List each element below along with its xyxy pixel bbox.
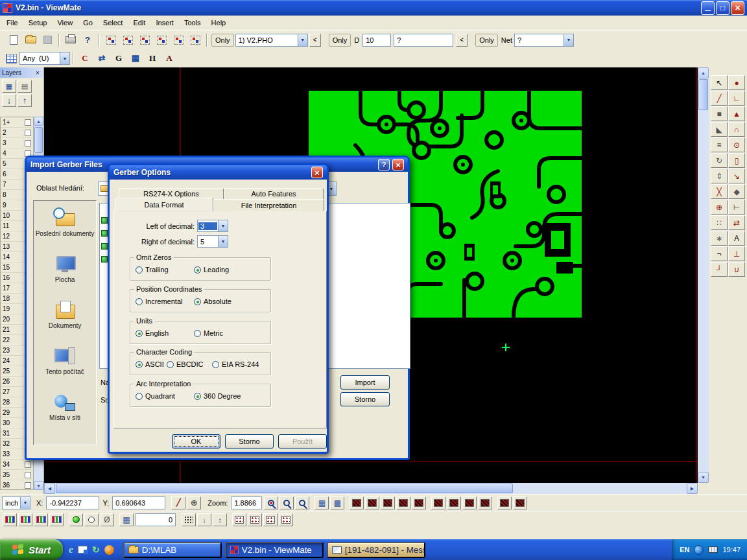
select-draw-filter-icon[interactable] xyxy=(137,32,152,48)
scroll-thumb[interactable] xyxy=(56,484,513,493)
radio-ebcdic[interactable]: EBCDIC xyxy=(167,360,204,368)
menu-item[interactable]: Setup xyxy=(23,17,53,29)
scroll-down-icon[interactable] xyxy=(698,472,709,483)
tab-file-interpretation[interactable]: File Interpretation xyxy=(213,199,324,211)
dcode-input[interactable]: 10 xyxy=(362,34,391,47)
only-net-toggle[interactable]: Only xyxy=(475,34,498,47)
aperture-pattern-icon-5[interactable] xyxy=(412,496,426,509)
radio-icon[interactable] xyxy=(194,266,201,274)
right-of-decimal-combo[interactable]: 5 xyxy=(197,235,228,248)
radio-icon[interactable] xyxy=(212,361,219,368)
radio-icon[interactable] xyxy=(136,298,143,305)
select-flash-filter-icon[interactable] xyxy=(120,32,136,48)
radio-absolute[interactable]: Absolute xyxy=(194,298,231,305)
layer-row[interactable]: 35 xyxy=(1,470,33,480)
place-item[interactable]: Místa v síti xyxy=(34,390,96,436)
place-item[interactable]: Poslední dokumenty xyxy=(34,206,96,252)
radio-metric[interactable]: Metric xyxy=(194,329,223,337)
layer-color-box[interactable] xyxy=(25,461,31,468)
text-style-icon[interactable]: A xyxy=(161,51,177,65)
grid-value-input[interactable]: 0 xyxy=(136,513,176,526)
drop-anchor-button[interactable] xyxy=(197,513,211,526)
layer-row[interactable]: 3 xyxy=(1,138,33,148)
menu-item[interactable]: Help xyxy=(206,17,231,29)
draw-angle-icon[interactable]: ∟ xyxy=(728,91,745,106)
select-trace-filter-icon[interactable] xyxy=(154,32,169,48)
circle-probe-button[interactable] xyxy=(84,513,99,526)
radio-quadrant[interactable]: Quadrant xyxy=(136,392,175,400)
menu-item[interactable]: Tools xyxy=(179,17,206,29)
aperture-pattern-icon-8[interactable] xyxy=(462,496,477,509)
taskbar-task-button[interactable]: [191-482-091] - Mess... xyxy=(327,542,425,558)
negative-icon[interactable]: ¬ xyxy=(711,246,728,261)
radio-eia-rs244[interactable]: EIA RS-244 xyxy=(212,360,259,368)
select-pattern-icon-1[interactable] xyxy=(232,513,246,526)
tab-data-format[interactable]: Data Format xyxy=(115,198,213,211)
print-button[interactable] xyxy=(63,32,78,48)
layer-color-box[interactable] xyxy=(25,472,31,478)
swap-icon[interactable]: ⇄ xyxy=(728,215,745,230)
tab-auto-features[interactable]: Auto Features xyxy=(224,188,324,200)
align-lines-icon[interactable]: ≡ xyxy=(711,137,728,152)
radio-incremental[interactable]: Incremental xyxy=(136,298,182,305)
menu-item[interactable]: Edit xyxy=(128,17,150,29)
language-bar-icon[interactable] xyxy=(694,545,704,555)
menu-item[interactable]: Insert xyxy=(150,17,179,29)
menu-item[interactable]: Go xyxy=(78,17,98,29)
movie-next-icon[interactable] xyxy=(34,513,48,526)
taskbar-task-button[interactable]: D:\MLAB xyxy=(123,542,222,558)
movie-last-icon[interactable] xyxy=(49,513,64,526)
zoom-select-button[interactable] xyxy=(264,496,278,509)
ok-button[interactable]: OK xyxy=(172,434,220,449)
select-pattern-icon-2[interactable] xyxy=(248,513,262,526)
aperture-pattern-icon-6[interactable] xyxy=(431,496,445,509)
draw-arc-icon[interactable]: ∩ xyxy=(728,122,745,137)
aperture-pattern-icon-3[interactable] xyxy=(381,496,395,509)
aperture-table-icon[interactable]: ▦ xyxy=(128,51,143,65)
prev-dcode-button[interactable]: < xyxy=(456,34,468,47)
place-item[interactable]: Tento počítač xyxy=(34,344,96,390)
grid-points-icon[interactable]: ∷ xyxy=(711,215,728,230)
select-pattern-icon-4[interactable] xyxy=(279,513,293,526)
radio-icon[interactable] xyxy=(167,361,174,368)
highlight-toggle-button[interactable] xyxy=(69,513,83,526)
dcode-h-tool-icon[interactable]: H xyxy=(145,51,160,65)
zoom-plus-icon[interactable]: ⊕ xyxy=(711,200,728,215)
place-item[interactable]: Dokumenty xyxy=(34,298,96,344)
filled-rect-icon[interactable]: ■ xyxy=(711,106,728,121)
aperture-pattern-icon-4[interactable] xyxy=(396,496,410,509)
dcode-c-tool-icon[interactable]: C xyxy=(77,51,93,65)
radio-icon[interactable] xyxy=(194,298,201,305)
start-button[interactable]: Start xyxy=(0,539,63,560)
ground-icon[interactable]: ⊥ xyxy=(728,246,745,261)
scroll-up-icon[interactable] xyxy=(698,67,709,78)
place-item[interactable]: Plocha xyxy=(34,252,96,298)
highlight-pad-icon[interactable]: ● xyxy=(728,75,745,90)
menu-item[interactable]: View xyxy=(52,17,78,29)
radio-icon[interactable] xyxy=(136,330,143,337)
layer-row[interactable]: 36 xyxy=(1,480,33,490)
radio-icon[interactable] xyxy=(136,393,143,400)
layer-move-down-button[interactable] xyxy=(2,94,16,107)
layers-panel-header[interactable]: Layers xyxy=(0,67,43,78)
radio-leading[interactable]: Leading xyxy=(194,266,229,274)
layer-row[interactable]: 1+ xyxy=(1,117,33,128)
stretch-icon[interactable]: ↘ xyxy=(728,169,745,183)
close-button[interactable] xyxy=(731,1,744,15)
gear-icon[interactable]: ∗ xyxy=(711,231,728,246)
close-button[interactable] xyxy=(311,167,323,178)
draw-rect-icon[interactable]: ▯ xyxy=(728,153,745,168)
maximize-button[interactable] xyxy=(716,1,729,15)
radio-icon[interactable] xyxy=(194,330,201,337)
radio-icon[interactable] xyxy=(194,393,201,400)
y-coordinate-input[interactable]: 0.690643 xyxy=(112,496,165,509)
grid-style-button[interactable] xyxy=(330,496,344,509)
only-layer-toggle[interactable]: Only xyxy=(211,34,234,47)
chevron-down-icon[interactable] xyxy=(218,220,228,231)
measure-icon[interactable]: ⊢ xyxy=(728,200,745,215)
radio-360-degree[interactable]: 360 Degree xyxy=(194,392,241,400)
only-dcode-toggle[interactable]: Only xyxy=(329,34,351,47)
menu-item[interactable]: Select xyxy=(98,17,128,29)
layer-move-up-button[interactable] xyxy=(18,94,32,107)
layer-rows-button[interactable] xyxy=(18,80,32,93)
